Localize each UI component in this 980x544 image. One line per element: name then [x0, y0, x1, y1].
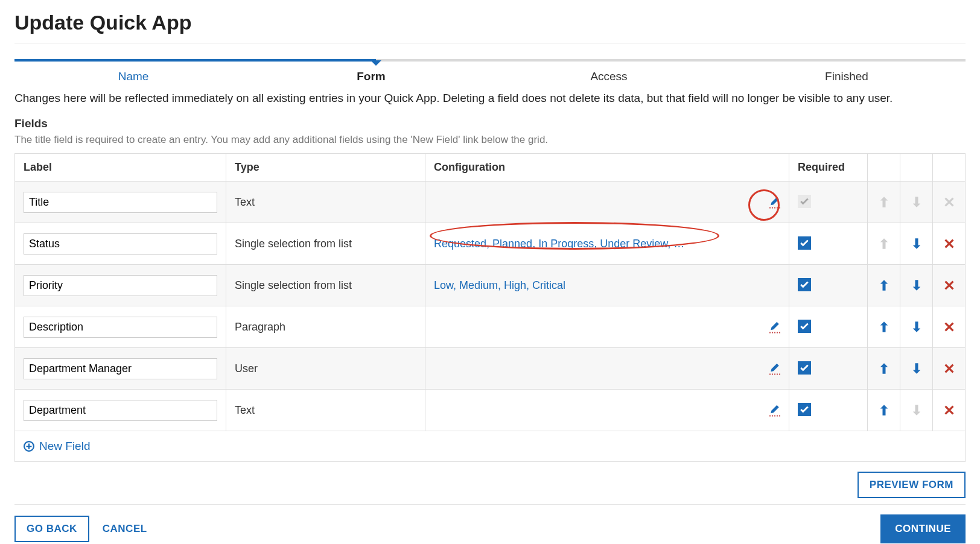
field-config-link[interactable]: Requested, Planned, In Progress, Under R…: [434, 238, 687, 250]
move-down-button[interactable]: [909, 272, 924, 299]
page-title: Update Quick App: [14, 11, 966, 34]
move-up-button[interactable]: [876, 272, 891, 299]
step-form: Form: [252, 70, 490, 83]
field-config-cell: Low, Medium, High, Critical: [425, 265, 789, 306]
move-down-button: [909, 189, 924, 215]
required-checkbox[interactable]: [798, 236, 811, 250]
divider: [14, 43, 966, 43]
field-label-input[interactable]: [24, 358, 217, 379]
required-checkbox[interactable]: [798, 278, 811, 291]
move-down-button[interactable]: [909, 355, 924, 382]
delete-button[interactable]: [941, 355, 956, 382]
required-checkbox[interactable]: [798, 361, 811, 375]
pencil-icon[interactable]: [769, 321, 780, 334]
intro-text: Changes here will be reflected immediate…: [14, 92, 966, 105]
pencil-icon[interactable]: [769, 196, 780, 209]
move-up-button: [876, 189, 891, 215]
move-up-button[interactable]: [876, 397, 891, 423]
pencil-icon[interactable]: [769, 404, 780, 417]
field-label-input[interactable]: [24, 400, 217, 421]
field-type: Text: [226, 182, 425, 223]
delete-button[interactable]: [941, 314, 956, 340]
field-label-input[interactable]: [24, 192, 217, 213]
header-required: Required: [789, 154, 868, 182]
fields-table: Label Type Configuration Required TextSi…: [14, 153, 966, 462]
delete-button[interactable]: [941, 230, 956, 257]
continue-button[interactable]: CONTINUE: [880, 514, 966, 543]
field-config-link[interactable]: Low, Medium, High, Critical: [434, 279, 565, 292]
field-type: Single selection from list: [226, 265, 425, 306]
fields-table-wrapper: Label Type Configuration Required TextSi…: [14, 153, 966, 462]
delete-button: [941, 189, 956, 215]
step-access: Access: [490, 70, 728, 83]
header-config: Configuration: [425, 154, 789, 182]
field-config-cell: Requested, Planned, In Progress, Under R…: [425, 223, 789, 265]
delete-button[interactable]: [941, 397, 956, 423]
field-type: Paragraph: [226, 306, 425, 348]
stepper-progress: [14, 59, 376, 62]
stepper-caret-icon: [371, 60, 381, 66]
header-type: Type: [226, 154, 425, 182]
header-move-down: [900, 154, 933, 182]
new-field-link[interactable]: New Field: [15, 431, 965, 461]
header-label: Label: [15, 154, 226, 182]
field-type: Single selection from list: [226, 223, 425, 265]
plus-circle-icon: [24, 441, 34, 452]
field-type: User: [226, 348, 425, 390]
table-row: User: [15, 348, 966, 390]
field-label-input[interactable]: [24, 275, 217, 296]
field-type: Text: [226, 390, 425, 431]
field-label-input[interactable]: [24, 233, 217, 255]
required-checkbox[interactable]: [798, 403, 811, 416]
table-row: Single selection from listLow, Medium, H…: [15, 265, 966, 306]
move-down-button[interactable]: [909, 314, 924, 340]
step-finished: Finished: [728, 70, 966, 83]
move-down-button: [909, 397, 924, 423]
fields-subtext: The title field is required to create an…: [14, 134, 966, 146]
stepper-track: [14, 59, 966, 62]
fields-heading: Fields: [14, 117, 966, 130]
header-move-up: [868, 154, 900, 182]
table-row: Single selection from listRequested, Pla…: [15, 223, 966, 265]
table-row: Text: [15, 390, 966, 431]
pencil-icon[interactable]: [769, 362, 780, 375]
move-up-button[interactable]: [876, 355, 891, 382]
table-row: Paragraph: [15, 306, 966, 348]
cancel-button[interactable]: CANCEL: [100, 517, 150, 541]
table-row: Text: [15, 182, 966, 223]
field-config-cell: [425, 348, 789, 390]
field-label-input[interactable]: [24, 317, 217, 338]
delete-button[interactable]: [941, 272, 956, 299]
move-up-button[interactable]: [876, 314, 891, 340]
header-delete: [933, 154, 966, 182]
required-checkbox[interactable]: [798, 320, 811, 333]
new-field-label: New Field: [39, 440, 90, 453]
move-down-button[interactable]: [909, 230, 924, 257]
required-checkbox: [798, 195, 811, 208]
field-config-cell: [425, 182, 789, 223]
move-up-button: [876, 230, 891, 257]
go-back-button[interactable]: GO BACK: [14, 516, 89, 542]
preview-form-button[interactable]: PREVIEW FORM: [858, 472, 966, 498]
wizard-stepper: Name Form Access Finished: [14, 59, 966, 83]
field-config-cell: [425, 390, 789, 431]
field-config-cell: [425, 306, 789, 348]
step-name[interactable]: Name: [14, 70, 252, 83]
